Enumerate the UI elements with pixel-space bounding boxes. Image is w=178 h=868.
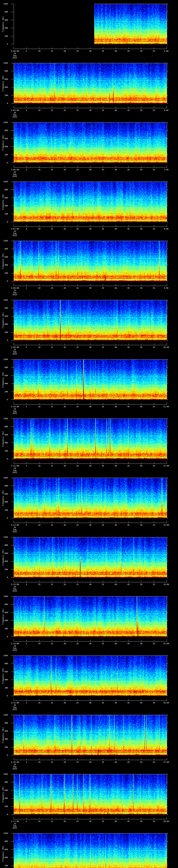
y-tick-mark-right	[167, 281, 168, 281]
x-minute-label: 40	[115, 346, 117, 348]
x-tick-mark	[128, 284, 129, 286]
date-line: Sep	[13, 588, 17, 590]
x-minute-label: 5	[26, 287, 27, 289]
plot-right-frame	[167, 63, 167, 103]
date-line: Sep	[13, 173, 17, 175]
x-minute-label: 20	[64, 465, 66, 467]
plot-right-frame	[167, 359, 167, 400]
x-minute-label: 55	[153, 820, 155, 823]
x-tick-mark	[52, 581, 52, 582]
x-minute-label: 10	[38, 110, 40, 111]
y-tick-mark	[11, 655, 14, 656]
x-tick-mark	[128, 640, 129, 641]
x-minute-label: 35	[102, 524, 104, 526]
y-tick-mark	[11, 138, 14, 139]
y-tick-label: 0	[0, 339, 8, 341]
y-tick-mark-right	[167, 316, 168, 316]
x-minute-label: 55	[153, 643, 155, 645]
y-tick-mark	[11, 755, 14, 755]
x-tick-mark	[116, 640, 116, 641]
y-tick-mark-right	[167, 755, 168, 755]
x-minute-label: 25	[76, 584, 79, 585]
x-minute-label: 45	[127, 346, 129, 348]
y-tick-mark-right	[167, 20, 168, 20]
x-minute-label: 35	[102, 346, 104, 348]
x-start-time-label: 3:06:00	[11, 169, 19, 170]
x-tick-mark	[52, 48, 52, 49]
y-tick-mark-right	[167, 739, 168, 739]
x-minute-label: 40	[115, 524, 117, 526]
y-tick-label: 600	[0, 19, 8, 21]
y-tick-mark	[11, 122, 14, 123]
y-tick-mark-right	[167, 655, 168, 656]
spectrogram-panel-1000: Frequency (Hz)020040060080010003:10:0051…	[0, 355, 178, 415]
y-tick-mark-right	[167, 680, 168, 680]
y-tick-mark	[11, 620, 14, 621]
x-minute-label: 5	[26, 465, 27, 467]
x-minute-label: 20	[64, 169, 66, 170]
date-line: 29	[13, 408, 16, 410]
x-minute-label: 50	[140, 524, 142, 526]
y-tick-mark-right	[167, 392, 168, 392]
spectrogram-image	[14, 715, 167, 755]
x-minute-label: 50	[140, 346, 142, 348]
date-line: 2015	[12, 531, 17, 533]
date-line: 2015	[12, 590, 17, 592]
x-tick-mark	[103, 818, 103, 819]
y-axis-title: Frequency (Hz)	[2, 134, 4, 151]
x-minute-label: 10	[38, 169, 40, 170]
spectrogram-panel-0500: Frequency (Hz)020040060080010003:05:0051…	[0, 59, 178, 118]
x-minute-label: 10	[38, 761, 40, 763]
y-tick-mark	[11, 273, 14, 273]
y-tick-mark	[11, 257, 14, 257]
x-minute-label: 5	[26, 524, 27, 526]
x-tick-mark	[116, 225, 116, 226]
x-tick-mark	[167, 106, 167, 108]
spectrogram-panel-0800: Frequency (Hz)020040060080010003:08:0051…	[0, 237, 178, 296]
y-tick-mark-right	[167, 155, 168, 155]
y-tick-mark	[11, 723, 14, 723]
y-axis-title: Frequency (Hz)	[2, 75, 4, 91]
x-end-time-label: 8:00	[164, 228, 169, 230]
x-minute-label: 50	[140, 406, 142, 408]
date-line: 2015	[12, 294, 17, 296]
x-end-time-label: 13:00	[163, 524, 169, 526]
y-tick-mark-right	[167, 502, 168, 502]
x-minute-label: 45	[127, 702, 129, 704]
x-minute-label: 25	[76, 110, 79, 111]
y-tick-label: 400	[0, 323, 8, 325]
x-tick-mark	[128, 462, 129, 464]
x-tick-mark	[26, 521, 27, 523]
x-minute-label: 45	[127, 465, 129, 467]
y-tick-mark-right	[167, 688, 168, 688]
x-minute-label: 15	[51, 50, 53, 52]
x-minute-label: 5	[26, 820, 27, 823]
x-start-time-label: 3:17:00	[11, 820, 19, 823]
x-minute-label: 25	[76, 346, 79, 348]
x-minute-label: 55	[153, 465, 155, 467]
x-tick-mark	[103, 521, 103, 523]
plot-right-frame	[167, 478, 167, 518]
x-start-time-label: 3:05:00	[11, 110, 19, 111]
y-tick-mark-right	[167, 367, 168, 368]
date-line: 29	[13, 527, 16, 528]
x-minute-label: 55	[153, 761, 155, 763]
y-tick-label: 600	[0, 256, 8, 258]
spectrogram-image	[14, 122, 167, 163]
plot-right-frame	[167, 715, 167, 755]
x-tick-mark	[167, 580, 167, 582]
x-end-time-label: 17:00	[163, 761, 169, 763]
y-tick-label: 800	[0, 426, 8, 428]
y-tick-label: 200	[0, 806, 8, 807]
x-minute-label: 20	[64, 50, 66, 52]
y-axis-title: Frequency (Hz)	[2, 372, 4, 388]
y-tick-label: 800	[0, 722, 8, 724]
plot-right-frame	[167, 537, 167, 578]
x-minute-label: 20	[64, 346, 66, 348]
y-tick-label: 400	[0, 560, 8, 562]
x-tick-mark	[116, 758, 116, 760]
x-end-time-label: 7:00	[164, 169, 169, 170]
date-line: 29	[13, 112, 16, 114]
spectrogram-image	[14, 4, 167, 44]
date-line: Sep	[13, 410, 17, 412]
